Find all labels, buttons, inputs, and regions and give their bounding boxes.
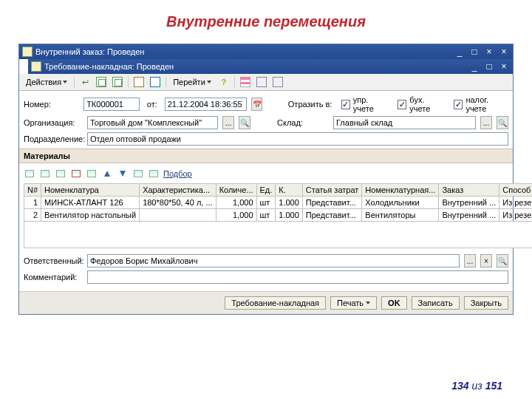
- col-k[interactable]: К.: [276, 184, 303, 197]
- move-up-icon[interactable]: [101, 168, 113, 180]
- help-icon[interactable]: ?: [218, 76, 230, 88]
- toggle-icon[interactable]: [272, 76, 284, 88]
- col-order[interactable]: Заказ: [439, 184, 499, 197]
- check-icon: ✓: [341, 100, 350, 109]
- check-icon: ✓: [454, 100, 463, 109]
- close-alt-button[interactable]: ×: [498, 47, 510, 57]
- close-button[interactable]: ×: [483, 47, 495, 57]
- goto-label: Перейти: [173, 78, 205, 86]
- table-row[interactable]: 1 МИНСК-АТЛАНТ 126 180*80*50, 40 л, ... …: [24, 197, 533, 209]
- print-button[interactable]: Печать: [330, 296, 377, 310]
- add-row-icon[interactable]: [24, 168, 35, 180]
- maximize-button[interactable]: □: [483, 61, 495, 72]
- dup-row-icon[interactable]: [55, 168, 66, 180]
- chevron-down-icon: [207, 81, 211, 83]
- lookup-icon[interactable]: 🔍: [497, 116, 508, 129]
- cell-cost: Представит...: [302, 209, 362, 222]
- form-content: Номер: ТК000001 от: 21.12.2004 18:36:55 …: [19, 91, 513, 291]
- col-qty[interactable]: Количе...: [216, 184, 256, 197]
- cell-unit: шт: [256, 197, 276, 209]
- doc-icon: [31, 61, 41, 72]
- col-unit[interactable]: Ед.: [256, 184, 276, 197]
- cell-item: Вентилятор настольный: [41, 209, 140, 222]
- lookup-icon[interactable]: 🔍: [239, 116, 250, 129]
- cell-n: 1: [24, 197, 41, 209]
- maximize-button[interactable]: □: [468, 47, 480, 57]
- sheet-new-icon[interactable]: [95, 76, 107, 88]
- move-down-icon[interactable]: [117, 168, 129, 180]
- inner-window-title: Требование-накладная: Проведен: [44, 62, 468, 71]
- post-icon[interactable]: [133, 76, 145, 88]
- check-mgmt[interactable]: ✓ упр. учете: [341, 95, 389, 113]
- calendar-button[interactable]: 📅: [251, 98, 262, 111]
- cell-order: Внутренний ...: [439, 197, 499, 209]
- actions-menu[interactable]: Действия: [24, 77, 69, 87]
- table-toolbar: Подбор: [24, 166, 508, 183]
- select-button[interactable]: ...: [464, 254, 476, 267]
- col-cost[interactable]: Статья затрат: [302, 184, 362, 197]
- lookup-icon[interactable]: 🔍: [497, 254, 508, 267]
- col-charact[interactable]: Характеристика...: [140, 184, 216, 197]
- separator: [166, 76, 166, 88]
- sort-asc-icon[interactable]: [132, 168, 144, 180]
- doc-name-button[interactable]: Требование-накладная: [225, 296, 326, 310]
- chevron-down-icon: [63, 81, 67, 83]
- sort-desc-icon[interactable]: [148, 168, 160, 180]
- check-tax[interactable]: ✓ налог. учете: [454, 95, 508, 113]
- materials-section: Материалы: [19, 149, 513, 163]
- close-button[interactable]: ×: [498, 61, 510, 72]
- warehouse-field[interactable]: Главный склад: [333, 116, 476, 129]
- cell-item: МИНСК-АТЛАНТ 126: [41, 197, 140, 209]
- minimize-button[interactable]: _: [454, 47, 466, 57]
- cell-charact: 180*80*50, 40 л, ...: [140, 197, 216, 209]
- check-acct[interactable]: ✓ бух. учете: [398, 95, 445, 113]
- main-toolbar: Действия ↩ Перейти ?: [19, 74, 513, 91]
- col-nomgroup[interactable]: Номенклатурная...: [362, 184, 439, 197]
- inner-titlebar: Требование-накладная: Проведен _ □ ×: [28, 59, 513, 74]
- select-button[interactable]: ...: [222, 116, 234, 129]
- copy-row-icon[interactable]: [86, 168, 98, 180]
- division-field[interactable]: Отдел оптовой продажи: [87, 132, 508, 146]
- col-item[interactable]: Номенклатура: [41, 184, 140, 197]
- select-button[interactable]: ...: [480, 116, 492, 129]
- outer-window-title: Внутренний заказ: Проведен: [35, 47, 454, 56]
- close-button[interactable]: Закрыть: [464, 296, 508, 310]
- table-header-row: N# Номенклатура Характеристика... Количе…: [24, 184, 533, 197]
- podbor-link[interactable]: Подбор: [163, 169, 192, 178]
- separator: [128, 76, 129, 88]
- delete-row-icon[interactable]: [70, 168, 82, 180]
- clear-button[interactable]: ×: [480, 254, 492, 267]
- chevron-down-icon: [366, 301, 370, 304]
- date-field[interactable]: 21.12.2004 18:36:55: [165, 98, 247, 111]
- actions-label: Действия: [26, 78, 61, 86]
- number-field[interactable]: ТК000001: [83, 98, 140, 111]
- col-n[interactable]: N#: [24, 184, 41, 197]
- division-label: Подразделение:: [24, 134, 83, 143]
- responsible-label: Ответственный:: [24, 256, 83, 265]
- reflect-label: Отразить в:: [288, 100, 337, 109]
- refresh-icon[interactable]: [112, 76, 123, 88]
- goto-menu[interactable]: Перейти: [171, 77, 214, 87]
- check-icon: ✓: [398, 100, 406, 109]
- save-button[interactable]: Записать: [412, 296, 460, 310]
- col-write[interactable]: Способ спис...: [499, 184, 532, 197]
- check-mgmt-label: упр. учете: [353, 95, 389, 113]
- cell-n: 2: [24, 209, 41, 222]
- ok-button[interactable]: OK: [381, 296, 407, 310]
- copy-sheet-icon[interactable]: [149, 76, 161, 88]
- struct-icon[interactable]: [239, 76, 251, 88]
- warehouse-label: Склад:: [277, 118, 329, 127]
- org-label: Организация:: [24, 118, 83, 127]
- cell-k: 1.000: [276, 197, 303, 209]
- check-tax-label: налог. учете: [466, 95, 508, 113]
- minimize-button[interactable]: _: [468, 61, 480, 72]
- responsible-field[interactable]: Федоров Борис Михайлович: [87, 254, 460, 267]
- table-row[interactable]: 2 Вентилятор настольный 1,000 шт 1.000 П…: [24, 209, 533, 222]
- form-icon[interactable]: [256, 76, 267, 88]
- insert-row-icon[interactable]: [39, 168, 51, 180]
- comment-field[interactable]: [87, 270, 508, 284]
- org-field[interactable]: Торговый дом "Комплексный": [87, 116, 218, 129]
- cell-k: 1.000: [276, 209, 303, 222]
- back-icon[interactable]: ↩: [79, 76, 91, 88]
- page-total: 151: [485, 380, 502, 392]
